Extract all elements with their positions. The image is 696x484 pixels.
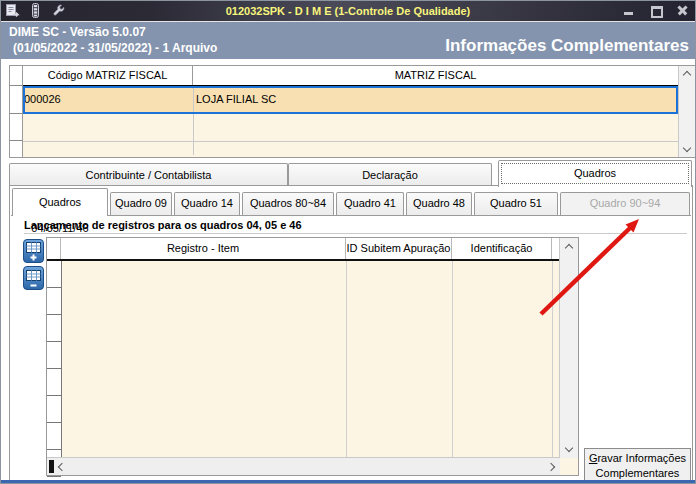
subtab-quadro-90-94: Quadro 90~94 bbox=[560, 192, 690, 215]
maximize-icon bbox=[651, 6, 663, 18]
scroll-down-icon[interactable] bbox=[565, 444, 573, 452]
column-header-identificacao[interactable]: Identificação bbox=[452, 238, 552, 259]
scroll-down-icon[interactable] bbox=[683, 144, 691, 152]
gravar-informacoes-button[interactable]: Gravar Informações Complementares bbox=[584, 448, 691, 482]
table-row-indicator-column bbox=[47, 261, 62, 458]
grid-row-empty bbox=[23, 142, 678, 155]
cell-matriz: LOJA FILIAL SC bbox=[194, 86, 678, 114]
page-title: Informações Complementares bbox=[445, 36, 689, 56]
cell-codigo: 000026 bbox=[23, 86, 194, 114]
table-vertical-scrollbar[interactable] bbox=[559, 238, 578, 458]
titlebar-icons bbox=[5, 3, 66, 18]
grid-vertical-scrollbar[interactable] bbox=[678, 66, 695, 157]
close-button[interactable] bbox=[676, 4, 689, 17]
add-row-button[interactable] bbox=[23, 239, 44, 263]
section-separator bbox=[24, 233, 687, 234]
column-header-registro-item[interactable]: Registro - Item bbox=[61, 238, 346, 259]
grid-column-header-codigo[interactable]: Código MATRIZ FISCAL bbox=[23, 66, 193, 85]
titlebar: 012032SPK - D I M E (1-Controle De Quali… bbox=[1, 1, 695, 21]
tab-contribuinte-contabilista[interactable]: Contribuinte / Contabilista bbox=[9, 163, 288, 185]
subtab-quadro-09[interactable]: Quadro 09 bbox=[110, 192, 172, 215]
window-title: 012032SPK - D I M E (1-Controle De Quali… bbox=[121, 1, 575, 21]
quadros-records-table: Registro - Item ID Subitem Apuração Iden… bbox=[46, 237, 579, 476]
scroll-right-icon[interactable] bbox=[547, 463, 555, 471]
subtab-quadros-04-05-11-46[interactable]: Quadros 04/05/11/46 bbox=[12, 188, 108, 216]
remove-row-button[interactable] bbox=[23, 266, 44, 290]
maximize-button[interactable] bbox=[649, 4, 662, 17]
quadros-tab-page: Quadros 04/05/11/46 Quadro 09 Quadro 14 … bbox=[9, 185, 693, 482]
subtab-quadro-48[interactable]: Quadro 48 bbox=[406, 192, 472, 215]
grid-row-selected[interactable]: 000026 LOJA FILIAL SC bbox=[23, 86, 678, 114]
subtab-quadro-51[interactable]: Quadro 51 bbox=[474, 192, 558, 215]
header-band: DIME SC - Versão 5.0.07 (01/05/2022 - 31… bbox=[1, 21, 695, 59]
grid-column-header-matriz[interactable]: MATRIZ FISCAL bbox=[193, 66, 678, 85]
app-version-text: DIME SC - Versão 5.0.07 bbox=[9, 25, 146, 39]
minimize-icon bbox=[624, 12, 633, 15]
period-text: (01/05/2022 - 31/05/2022) - 1 Arquivo bbox=[13, 41, 217, 55]
h-scroll-thumb[interactable] bbox=[49, 460, 54, 473]
scroll-up-icon[interactable] bbox=[565, 244, 573, 252]
table-header-row: Registro - Item ID Subitem Apuração Iden… bbox=[47, 238, 560, 261]
table-horizontal-scrollbar[interactable] bbox=[47, 457, 560, 475]
grid-row-empty bbox=[23, 114, 678, 142]
window-controls bbox=[622, 4, 689, 17]
grid-header-row: Código MATRIZ FISCAL MATRIZ FISCAL bbox=[23, 66, 678, 86]
column-header-id-subitem[interactable]: ID Subitem Apuração bbox=[346, 238, 452, 259]
grid-row-indicator-column bbox=[10, 66, 23, 157]
scroll-up-icon[interactable] bbox=[683, 71, 691, 79]
document-icon[interactable] bbox=[5, 3, 20, 18]
matriz-fiscal-grid: Código MATRIZ FISCAL MATRIZ FISCAL 00002… bbox=[9, 65, 696, 158]
table-indicator-header bbox=[47, 238, 61, 259]
subtab-quadro-41[interactable]: Quadro 41 bbox=[336, 192, 404, 215]
table-body[interactable] bbox=[47, 261, 560, 458]
tab-quadros[interactable]: Quadros bbox=[498, 160, 692, 187]
subtab-quadros-80-84[interactable]: Quadros 80~84 bbox=[242, 192, 334, 215]
scroll-left-icon[interactable] bbox=[58, 463, 66, 471]
traffic-light-icon[interactable] bbox=[28, 3, 43, 18]
minimize-button[interactable] bbox=[622, 4, 635, 17]
tab-declaracao[interactable]: Declaração bbox=[288, 163, 492, 185]
window-bottom-border bbox=[1, 480, 695, 483]
wrench-icon[interactable] bbox=[51, 3, 66, 18]
subtab-quadro-14[interactable]: Quadro 14 bbox=[174, 192, 240, 215]
app-window: 012032SPK - D I M E (1-Controle De Quali… bbox=[0, 0, 696, 484]
quadros-subtab-strip: Quadros 04/05/11/46 Quadro 09 Quadro 14 … bbox=[11, 188, 691, 216]
